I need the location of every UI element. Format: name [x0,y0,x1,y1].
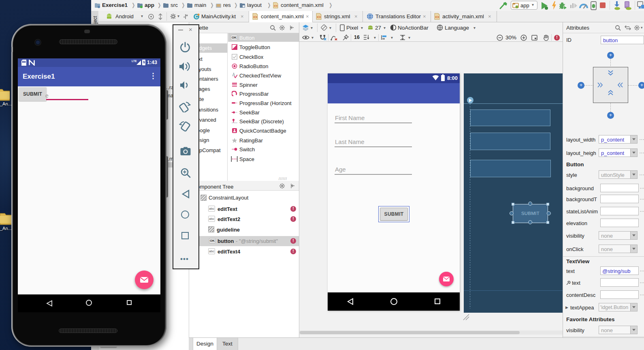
svg-text:<>: <> [317,15,321,19]
svg-text:<>: <> [253,15,257,19]
svg-text:<>: <> [435,15,439,19]
svg-text:<>: <> [274,4,278,8]
